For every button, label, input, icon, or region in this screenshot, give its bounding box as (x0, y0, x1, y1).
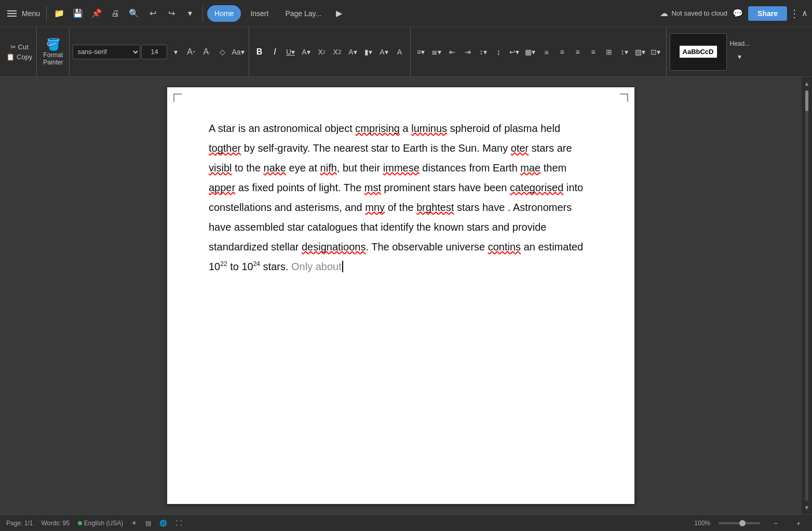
zoom-in-icon[interactable]: + (791, 516, 806, 530)
font-family-select[interactable]: sans-serif (73, 45, 140, 59)
misspelled-luminus: luminus (411, 123, 447, 134)
bullet-list-button[interactable]: ≡▾ (414, 45, 428, 59)
tab-home[interactable]: Home (207, 5, 241, 22)
misspelled-visibl: visibl (209, 162, 232, 174)
dropdown-icon[interactable]: ▾ (182, 5, 198, 22)
main-area: A star is an astronomical object cmprisi… (0, 77, 812, 514)
style-preview-text: AaBbCcD (680, 46, 717, 58)
tab-page-layout[interactable]: Page Lay... (278, 5, 329, 22)
print-icon[interactable]: 🖨 (107, 5, 124, 22)
gray-continuation: Only about (291, 261, 342, 272)
toolbar-top: Menu 📁 💾 📌 🖨 🔍 ↩ ↪ ▾ Home Insert Page La… (0, 0, 812, 27)
redo-icon[interactable]: ↪ (163, 5, 180, 22)
increase-indent-button[interactable]: ⇥ (461, 45, 475, 59)
scroll-thumb[interactable] (805, 90, 808, 111)
bold-button[interactable]: B (252, 45, 267, 59)
increase-font-icon[interactable]: A+ (184, 45, 198, 59)
corner-tl (173, 94, 182, 102)
tab-insert[interactable]: Insert (243, 5, 276, 22)
zoom-out-icon[interactable]: − (768, 516, 783, 530)
style-group: AaBbCcD Head... ▾ (667, 27, 753, 76)
layout-icon[interactable]: ▤ (145, 520, 151, 527)
fullscreen-icon[interactable]: ⛶ (175, 520, 182, 527)
align-left-button[interactable]: ≡ (539, 45, 554, 60)
language-status[interactable]: English (USA) (78, 520, 123, 527)
underline-button[interactable]: U▾ (283, 45, 298, 59)
clear-format-icon[interactable]: ◇ (215, 45, 229, 59)
font-size-input[interactable]: 14 (141, 45, 167, 59)
text-box-button[interactable]: A (393, 45, 407, 59)
comment-icon[interactable]: 💬 (729, 5, 746, 22)
undo-icon[interactable]: ↩ (144, 5, 161, 22)
pin-icon[interactable]: 📌 (88, 5, 105, 22)
font-size-dropdown-icon[interactable]: ▾ (168, 45, 183, 59)
page-content[interactable]: A star is an astronomical object cmprisi… (209, 118, 593, 276)
corner-tr (620, 94, 628, 102)
text-bg-button[interactable]: A▾ (377, 45, 391, 59)
scrollbar-right[interactable]: ▲ ▼ (802, 77, 812, 514)
scroll-track[interactable] (805, 90, 808, 501)
not-saved-status[interactable]: ☁ Not saved to cloud (660, 8, 727, 18)
text-color-button[interactable]: A▾ (346, 45, 360, 59)
zoom-thumb[interactable] (739, 520, 746, 526)
cut-copy-group: ✂ Cut 📋 Copy (2, 27, 37, 76)
collapse-icon[interactable]: ∧ (802, 8, 808, 18)
cut-button[interactable]: ✂ Cut (10, 43, 29, 51)
justify-button[interactable]: ≡ (586, 45, 601, 59)
style-dropdown-icon[interactable]: ▾ (730, 49, 750, 64)
sort-button[interactable]: ↕▾ (476, 45, 491, 59)
subscript-button[interactable]: X2 (330, 45, 345, 59)
misspelled-togther: togther (209, 142, 241, 154)
format-painter-group[interactable]: 🪣 FormatPainter (37, 27, 70, 76)
cloud-icon: ☁ (660, 8, 668, 18)
decrease-indent-button[interactable]: ⇤ (445, 45, 459, 59)
line-spacing-button[interactable]: ↨ (492, 45, 506, 59)
format-painter-label: FormatPainter (43, 51, 63, 66)
cut-label: Cut (18, 43, 29, 51)
zoom-level: 100% (694, 520, 710, 527)
divider-2 (202, 6, 203, 21)
zoom-slider[interactable] (719, 522, 760, 524)
copy-button[interactable]: 📋 Copy (6, 53, 32, 61)
scroll-up-arrow[interactable]: ▲ (803, 79, 811, 88)
italic-button[interactable]: I (268, 45, 282, 59)
style-preview-box[interactable]: AaBbCcD (670, 33, 727, 71)
misspelled-mae: mae (520, 162, 540, 174)
numbered-list-button[interactable]: ≣▾ (429, 45, 444, 59)
decrease-font-icon[interactable]: A- (199, 45, 214, 59)
menu-icon[interactable] (4, 7, 20, 20)
globe-icon[interactable]: 🌐 (159, 520, 167, 527)
scissors-icon: ✂ (10, 43, 16, 51)
more-options-icon[interactable]: ⋮ (789, 7, 800, 20)
menu-label[interactable]: Menu (22, 9, 40, 18)
scroll-down-arrow[interactable]: ▼ (803, 503, 811, 512)
table-button[interactable]: ⊞ (602, 45, 616, 59)
page-status: Page: 1/1 (6, 520, 33, 527)
more-tabs-icon[interactable]: ▶ (331, 5, 347, 22)
line-height-button[interactable]: ↕▾ (617, 45, 632, 59)
shading-button[interactable]: ▧▾ (633, 45, 647, 59)
save-icon[interactable]: 💾 (70, 5, 86, 22)
share-button[interactable]: Share (748, 6, 787, 21)
misspelled-mny: mny (365, 202, 385, 213)
highlight-button[interactable]: ▮▾ (361, 45, 376, 59)
misspelled-nifh: nifh (320, 162, 337, 174)
align-right-button[interactable]: ≡ (571, 45, 585, 59)
change-case-icon[interactable]: Aa▾ (231, 45, 245, 59)
direction-button[interactable]: ↩▾ (507, 45, 522, 59)
document-area[interactable]: A star is an astronomical object cmprisi… (0, 77, 802, 514)
open-file-icon[interactable]: 📁 (51, 5, 67, 22)
copy-label: Copy (17, 53, 32, 61)
align-center-button[interactable]: ≡ (555, 45, 570, 59)
word-count-label: Words: 95 (41, 520, 69, 527)
copy-icon: 📋 (6, 53, 15, 61)
text-format-group: B I U▾ A▾ X2 X2 A▾ ▮▾ A▾ A (249, 27, 411, 76)
misspelled-mst: mst (364, 182, 381, 193)
accessibility-icon[interactable]: ☀ (131, 520, 137, 527)
columns-button[interactable]: ▦▾ (523, 45, 537, 59)
font-color-button[interactable]: A▾ (299, 45, 314, 59)
borders-button[interactable]: ⊡▾ (648, 45, 663, 59)
document-page: A star is an astronomical object cmprisi… (167, 87, 634, 504)
zoom-icon[interactable]: 🔍 (126, 5, 142, 22)
superscript-button[interactable]: X2 (315, 45, 329, 59)
